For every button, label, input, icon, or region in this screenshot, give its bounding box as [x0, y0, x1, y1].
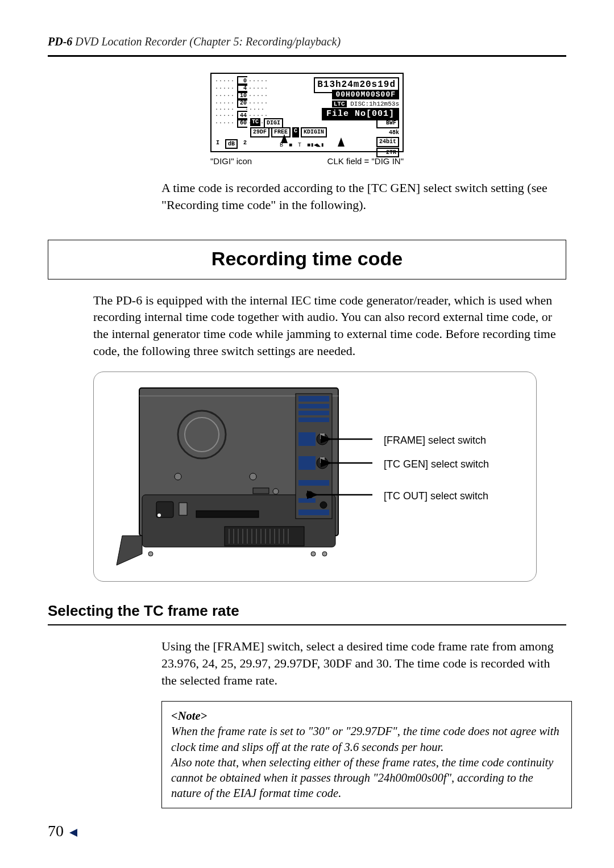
svg-rect-38 [320, 433, 325, 439]
svg-point-30 [273, 489, 279, 494]
lcd-caption-right: CLK field = "DIG IN" [327, 156, 404, 167]
svg-rect-7 [225, 527, 304, 546]
svg-rect-45 [298, 480, 329, 486]
note-body-1: When the frame rate is set to "30" or "2… [171, 724, 562, 754]
device-figure: [FRAME] select switch [TC GEN] select sw… [93, 372, 537, 582]
svg-point-24 [322, 552, 327, 556]
svg-rect-46 [298, 498, 316, 503]
svg-rect-41 [320, 457, 325, 463]
device-illustration [105, 383, 378, 571]
arrow-up-icon [281, 134, 288, 143]
svg-point-43 [306, 491, 313, 498]
svg-point-44 [320, 502, 327, 508]
sub-heading: Selecting the TC frame rate [48, 601, 566, 625]
callout-frame: [FRAME] select switch [384, 433, 486, 447]
callout-tcgen: [TC GEN] select switch [384, 457, 489, 471]
lcd-figure: ·····0····· ·····4····· ·····10····· ···… [210, 73, 404, 167]
svg-rect-42 [298, 456, 316, 470]
page-number: 70 [48, 820, 77, 842]
triangle-icon [69, 829, 77, 837]
svg-point-29 [250, 473, 256, 480]
arrow-up-icon [338, 137, 345, 147]
svg-marker-25 [117, 536, 142, 565]
svg-rect-31 [253, 488, 269, 494]
svg-rect-47 [298, 510, 329, 515]
digi-icon-label: DIGI [264, 118, 283, 128]
svg-rect-34 [298, 404, 329, 408]
section-heading: Recording time code [48, 240, 566, 279]
svg-rect-5 [179, 503, 187, 515]
svg-rect-6 [196, 511, 259, 518]
note-box: <Note> When the frame rate is set to "30… [161, 701, 572, 808]
running-header: PD-6 DVD Location Recorder (Chapter 5: R… [48, 34, 566, 57]
sub-para: Using the [FRAME] switch, select a desir… [161, 638, 561, 688]
lcd-caption-left: "DIGI" icon [210, 156, 252, 167]
callout-tcout: [TC OUT] select switch [384, 489, 488, 503]
svg-point-28 [175, 473, 181, 480]
svg-rect-33 [298, 396, 329, 402]
svg-point-4 [157, 514, 161, 517]
para-after-lcd: A time code is recorded according to the… [161, 180, 561, 213]
svg-point-22 [148, 552, 153, 556]
svg-rect-36 [298, 418, 329, 422]
note-body-2: Also note that, when selecting either of… [171, 755, 562, 801]
lcd-meter-scale: ·····0····· ·····4····· ·····10····· ···… [215, 77, 241, 148]
lcd-screen: ·····0····· ·····4····· ·····10····· ···… [210, 73, 404, 152]
svg-rect-39 [298, 432, 316, 446]
header-rest: DVD Location Recorder (Chapter 5: Record… [72, 35, 341, 48]
svg-point-23 [311, 552, 316, 556]
model-name: PD-6 [48, 35, 72, 48]
note-title: <Note> [171, 708, 562, 724]
lcd-line2: 00H00M00S00F [332, 90, 399, 99]
svg-rect-35 [298, 411, 329, 415]
section-intro: The PD-6 is equipped with the internal I… [93, 292, 559, 360]
